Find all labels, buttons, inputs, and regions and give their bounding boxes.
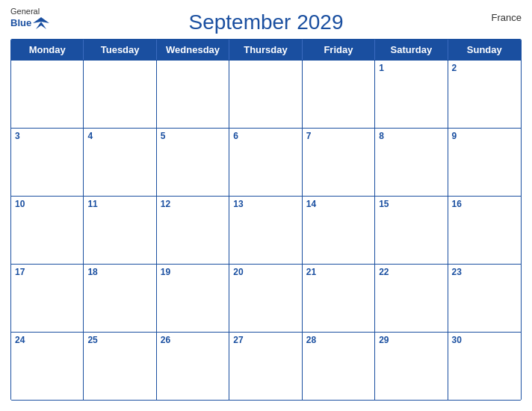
- calendar-cell: 6: [229, 129, 302, 196]
- day-number: 10: [15, 199, 79, 211]
- calendar-cell: 23: [448, 265, 521, 332]
- weekday-header-tuesday: Tuesday: [84, 40, 156, 60]
- day-number: 30: [452, 335, 517, 347]
- day-number: 23: [452, 267, 517, 279]
- day-number: 21: [306, 267, 371, 279]
- calendar-cell: 21: [303, 265, 375, 332]
- day-number: 14: [306, 199, 371, 211]
- day-number: 27: [233, 335, 297, 347]
- day-number: 15: [379, 199, 443, 211]
- calendar-cell: 17: [11, 265, 84, 332]
- day-number: 4: [87, 131, 152, 143]
- weekday-header-thursday: Thursday: [229, 40, 302, 60]
- calendar-cell: 10: [11, 197, 84, 264]
- day-number: 13: [233, 199, 297, 211]
- calendar-cell: [229, 61, 302, 128]
- day-number: 17: [15, 267, 79, 279]
- calendar-cell: 7: [303, 129, 375, 196]
- svg-marker-1: [36, 22, 46, 29]
- calendar-cell: 3: [11, 129, 84, 196]
- calendar-cell: 26: [157, 333, 229, 400]
- day-number: 19: [161, 267, 225, 279]
- calendar-cell: 16: [448, 197, 521, 264]
- day-number: 25: [87, 335, 152, 347]
- logo-general: General: [10, 7, 49, 16]
- calendar-cell: 18: [84, 265, 156, 332]
- logo-blue: Blue: [10, 18, 31, 28]
- day-number: 9: [452, 131, 517, 143]
- calendar-week-2: 3456789: [11, 128, 521, 196]
- calendar-cell: 20: [229, 265, 302, 332]
- calendar-body: 1234567891011121314151617181920212223242…: [11, 60, 521, 400]
- weekday-header-saturday: Saturday: [375, 40, 448, 60]
- calendar-week-1: 12: [11, 60, 521, 128]
- day-number: 24: [15, 335, 79, 347]
- calendar-cell: 25: [84, 333, 156, 400]
- calendar-cell: 2: [448, 61, 521, 128]
- calendar-page: General Blue September 2029 France Monda…: [0, 0, 532, 411]
- day-number: 20: [233, 267, 297, 279]
- calendar-cell: 4: [84, 129, 156, 196]
- calendar-cell: [303, 61, 375, 128]
- calendar-cell: 5: [157, 129, 229, 196]
- calendar-cell: [11, 61, 84, 128]
- calendar-cell: 13: [229, 197, 302, 264]
- calendar-week-5: 24252627282930: [11, 332, 521, 400]
- weekday-header-wednesday: Wednesday: [157, 40, 229, 60]
- calendar-cell: 12: [157, 197, 229, 264]
- day-number: 11: [87, 199, 152, 211]
- day-number: 28: [306, 335, 371, 347]
- day-number: 1: [379, 63, 443, 75]
- logo: General Blue: [10, 7, 49, 29]
- calendar-cell: 27: [229, 333, 302, 400]
- page-title: September 2029: [188, 10, 343, 34]
- day-number: 29: [379, 335, 443, 347]
- calendar-cell: [84, 61, 156, 128]
- calendar-cell: 14: [303, 197, 375, 264]
- weekday-header-sunday: Sunday: [448, 40, 521, 60]
- logo-bird-icon: [33, 16, 49, 29]
- day-number: 26: [161, 335, 225, 347]
- calendar-cell: 9: [448, 129, 521, 196]
- day-number: 3: [15, 131, 79, 143]
- day-number: 6: [233, 131, 297, 143]
- day-number: 5: [161, 131, 225, 143]
- day-number: 22: [379, 267, 443, 279]
- day-number: 7: [306, 131, 371, 143]
- calendar-weekday-header: MondayTuesdayWednesdayThursdayFridaySatu…: [11, 40, 521, 60]
- calendar-cell: 24: [11, 333, 84, 400]
- calendar-cell: 1: [375, 61, 448, 128]
- calendar-cell: 30: [448, 333, 521, 400]
- calendar-cell: 15: [375, 197, 448, 264]
- calendar-week-4: 17181920212223: [11, 264, 521, 332]
- country-label: France: [492, 12, 522, 23]
- day-number: 16: [452, 199, 517, 211]
- day-number: 18: [87, 267, 152, 279]
- calendar-cell: 29: [375, 333, 448, 400]
- calendar-cell: 22: [375, 265, 448, 332]
- day-number: 8: [379, 131, 443, 143]
- day-number: 2: [452, 63, 517, 75]
- day-number: 12: [161, 199, 225, 211]
- calendar-header: General Blue September 2029 France: [10, 7, 522, 39]
- calendar-cell: 8: [375, 129, 448, 196]
- weekday-header-monday: Monday: [11, 40, 84, 60]
- calendar-cell: 28: [303, 333, 375, 400]
- calendar-cell: 19: [157, 265, 229, 332]
- calendar-week-3: 10111213141516: [11, 196, 521, 264]
- calendar-grid: MondayTuesdayWednesdayThursdayFridaySatu…: [10, 39, 522, 401]
- weekday-header-friday: Friday: [303, 40, 375, 60]
- calendar-cell: [157, 61, 229, 128]
- calendar-cell: 11: [84, 197, 156, 264]
